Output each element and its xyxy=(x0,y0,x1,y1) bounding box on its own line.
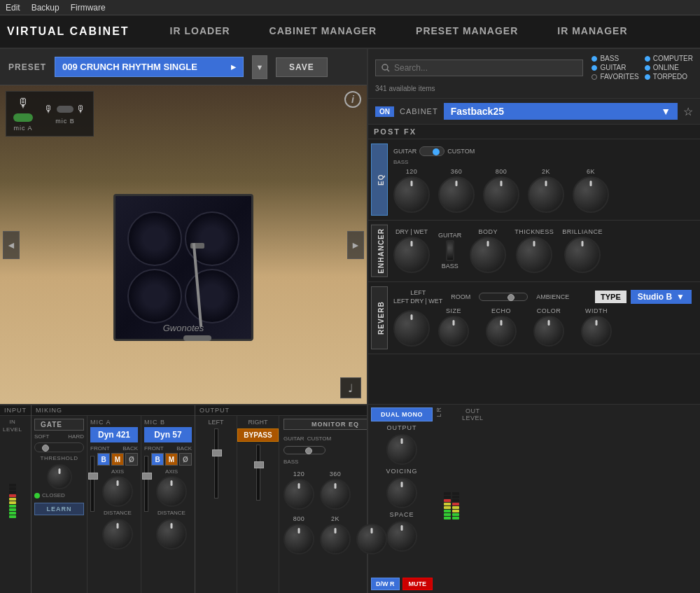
reverb-width-knob[interactable] xyxy=(581,316,612,347)
info-button[interactable]: i xyxy=(344,91,361,108)
dwr-button[interactable]: D/W R xyxy=(371,578,400,590)
mic-a-toggle[interactable] xyxy=(13,113,33,122)
mic-b-axis-label: AXIS xyxy=(165,468,178,475)
monitor-mode-slider[interactable] xyxy=(284,446,326,454)
tuner-icon[interactable]: ♩ xyxy=(340,377,361,398)
eq-360-knob[interactable] xyxy=(438,176,475,213)
favorite-star-icon[interactable]: ☆ xyxy=(683,105,693,118)
save-button[interactable]: SAVE xyxy=(276,57,328,77)
tab-cabinet-manager[interactable]: CABINET MANAGER xyxy=(250,22,396,41)
mic-b-phi-button[interactable]: Ø xyxy=(179,453,192,466)
enhancer-guitar-bass-slider[interactable] xyxy=(446,240,454,261)
gate-threshold-knob[interactable] xyxy=(47,464,72,489)
mic-a-phi-button[interactable]: Ø xyxy=(125,453,138,466)
voicing-label: VOICING xyxy=(371,468,433,475)
output-left-label: LEFT xyxy=(208,419,223,426)
monitor-mode-thumb xyxy=(305,447,312,454)
mic-a-fader[interactable] xyxy=(90,456,94,512)
preset-dropdown-arrow[interactable]: ▼ xyxy=(252,55,267,79)
eq-800-knob[interactable] xyxy=(483,176,519,213)
bypass-button[interactable]: BYPASS xyxy=(237,428,278,442)
filter-favorites[interactable]: FAVORITES xyxy=(592,73,638,81)
filter-bass[interactable]: BASS xyxy=(592,55,638,62)
gate-slider[interactable] xyxy=(34,442,84,452)
eq-toggle-button[interactable]: EQ xyxy=(371,144,388,216)
enhancer-thickness-knob[interactable] xyxy=(516,237,552,273)
eq-360-label: 360 xyxy=(451,168,463,175)
mic-b-icon-right: 🎙 xyxy=(76,104,86,115)
dual-mono-button[interactable]: DUAL MONO xyxy=(371,407,433,421)
filter-torpedo[interactable]: TORPEDO xyxy=(645,73,693,81)
reverb-room-thumb xyxy=(507,294,514,301)
gate-closed-led xyxy=(34,493,40,498)
eq-800-label: 800 xyxy=(496,168,507,175)
learn-button[interactable]: LEARN xyxy=(34,503,84,515)
enhancer-toggle-button[interactable]: ENHANCER xyxy=(371,225,388,277)
tab-ir-manager[interactable]: IR MANAGER xyxy=(538,22,647,41)
search-input[interactable] xyxy=(394,63,577,73)
gate-hard: HARD xyxy=(68,433,84,440)
enhancer-dry-wet-knob[interactable] xyxy=(393,237,430,273)
monitor-800-knob[interactable] xyxy=(284,524,314,554)
menu-firmware[interactable]: Firmware xyxy=(71,3,106,13)
mic-a-name-box[interactable]: Dyn 421 xyxy=(90,427,138,442)
mic-b-axis-knob[interactable] xyxy=(156,476,187,507)
enhancer-brilliance-knob[interactable] xyxy=(564,237,601,273)
output-right-fader[interactable] xyxy=(256,445,260,501)
space-knob[interactable] xyxy=(386,521,417,552)
eq-mode-track[interactable] xyxy=(419,146,444,156)
reverb-dry-wet-label: LEFT DRY | WET xyxy=(393,298,442,305)
filter-favorites-dot xyxy=(592,74,597,80)
filter-computer[interactable]: COMPUTER xyxy=(645,55,693,62)
mic-a-distance-knob[interactable] xyxy=(102,519,133,550)
reverb-main-knob[interactable] xyxy=(393,310,430,347)
mic-a-axis-knob[interactable] xyxy=(102,476,133,507)
enhancer-bass-label: BASS xyxy=(442,263,458,270)
mic-b-toggle[interactable] xyxy=(57,106,74,113)
reverb-type-select[interactable]: Studio B ▼ xyxy=(631,290,692,304)
voicing-knob[interactable] xyxy=(386,477,417,508)
monitor-120-knob[interactable] xyxy=(284,479,314,510)
reverb-bottom: SIZE ECHO COLOR xyxy=(393,307,692,347)
reverb-size-group: SIZE xyxy=(438,307,469,347)
svg-line-1 xyxy=(387,69,389,71)
filter-guitar[interactable]: GUITAR xyxy=(592,64,638,71)
on-badge[interactable]: ON xyxy=(375,106,394,117)
mic-b-fader[interactable] xyxy=(144,456,148,512)
cabinet-nav-left[interactable]: ◄ xyxy=(3,231,20,259)
eq-2k-knob[interactable] xyxy=(528,176,564,213)
monitor-2k-knob[interactable] xyxy=(320,524,351,554)
mic-b-m-button[interactable]: M xyxy=(165,453,178,466)
mic-b-block-label: MIC B xyxy=(144,419,192,426)
reverb-size-knob[interactable] xyxy=(438,316,469,347)
monitor-360-knob[interactable] xyxy=(320,479,351,510)
enhancer-body-knob[interactable] xyxy=(470,237,506,273)
menu-backup[interactable]: Backup xyxy=(31,3,59,13)
mic-a-b-button[interactable]: B xyxy=(97,453,110,466)
eq-120-knob[interactable] xyxy=(393,176,430,213)
eq-6k-knob[interactable] xyxy=(573,176,609,213)
postfx-area: EQ GUITAR CUSTOM BASS 120 xyxy=(368,139,700,404)
mute-button[interactable]: MUTE xyxy=(402,578,433,590)
mic-b-b-button[interactable]: B xyxy=(151,453,164,466)
reverb-room-slider[interactable] xyxy=(479,293,528,301)
reverb-color-knob[interactable] xyxy=(533,316,564,347)
cabinet-nav-right[interactable]: ► xyxy=(347,231,364,259)
reverb-echo-knob[interactable] xyxy=(486,316,517,347)
mic-a-label: mic A xyxy=(13,125,32,132)
preset-select[interactable]: 009 CRUNCH RHYTHM SINGLE ▸ xyxy=(55,57,244,77)
tab-ir-loader[interactable]: IR LOADER xyxy=(150,22,250,41)
app-title: VIRTUAL CABINET xyxy=(7,25,150,38)
output-knob[interactable] xyxy=(386,434,417,465)
mic-a-m-button[interactable]: M xyxy=(111,453,124,466)
mic-b-distance-knob[interactable] xyxy=(156,519,187,550)
filter-online[interactable]: ONLINE xyxy=(645,64,693,71)
eq-bass-label: BASS xyxy=(393,159,692,165)
cabinet-name-box[interactable]: Fastback25 ▼ xyxy=(444,103,678,120)
menu-edit[interactable]: Edit xyxy=(6,3,20,13)
tab-preset-manager[interactable]: PRESET MANAGER xyxy=(396,22,538,41)
monitor-6k-knob[interactable] xyxy=(356,524,387,554)
mic-b-name-box[interactable]: Dyn 57 xyxy=(144,427,192,442)
reverb-toggle-button[interactable]: REVERB xyxy=(371,286,388,349)
output-left-fader[interactable] xyxy=(214,428,218,498)
